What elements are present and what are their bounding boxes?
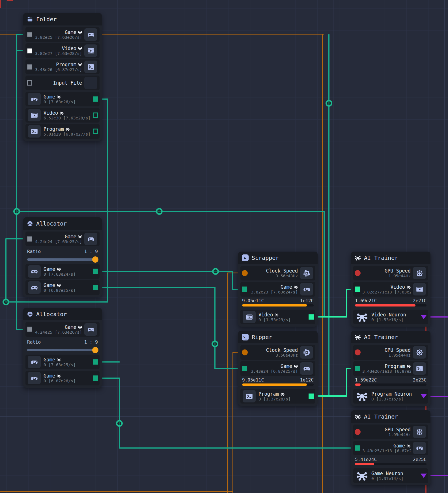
row-clock-speed[interactable]: Clock Speed 3.56e43Hz bbox=[240, 266, 315, 280]
node-ai-trainer-1[interactable]: AI Trainer GPU Speed 1.95e44Hz Video 3.8… bbox=[351, 252, 430, 327]
input-port[interactable] bbox=[27, 327, 32, 332]
ratio-slider[interactable] bbox=[27, 347, 98, 353]
node-header[interactable]: AI Trainer bbox=[351, 410, 430, 423]
gpu-input-port[interactable] bbox=[355, 429, 361, 435]
video-icon[interactable] bbox=[413, 283, 426, 295]
video-icon[interactable] bbox=[243, 311, 256, 323]
output-port[interactable] bbox=[309, 394, 314, 399]
output-port[interactable] bbox=[93, 113, 98, 118]
output-port[interactable] bbox=[93, 269, 98, 274]
output-port[interactable] bbox=[309, 314, 314, 320]
video-icon[interactable] bbox=[28, 109, 41, 121]
clock-input-port[interactable] bbox=[242, 270, 248, 276]
input-port[interactable] bbox=[355, 287, 360, 292]
gamepad-icon[interactable] bbox=[84, 233, 97, 245]
input-port[interactable] bbox=[27, 32, 32, 37]
slider-knob[interactable] bbox=[92, 256, 98, 263]
row-game-input[interactable]: Game 3.82e23 [7.63e24/s] bbox=[240, 282, 315, 297]
node-allocator-2[interactable]: Allocator Game 4.24e25 [7.63e26/s] Ratio… bbox=[23, 308, 102, 388]
row-game-input[interactable]: Game 4.24e25 [7.63e26/s] bbox=[25, 322, 100, 337]
slider-knob[interactable] bbox=[92, 347, 98, 353]
row-game-input[interactable]: Game 3.82e25 [7.63e26/s] bbox=[25, 27, 100, 42]
input-port[interactable] bbox=[355, 445, 360, 451]
node-allocator-1[interactable]: Allocator Game 4.24e24 [7.63e25/s] Ratio… bbox=[23, 217, 102, 297]
row-video-input[interactable]: Video 3.82e27 [7.63e28/s] bbox=[25, 43, 100, 58]
input-port[interactable] bbox=[242, 366, 247, 371]
terminal-icon[interactable] bbox=[243, 390, 256, 402]
gamepad-icon[interactable] bbox=[300, 283, 313, 295]
row-game-output-1[interactable]: Game 0 [7.63e24/s] bbox=[25, 264, 100, 279]
node-ripper[interactable]: >_ Ripper Clock Speed 3.56e43Hz Game 3.4… bbox=[238, 331, 318, 406]
gamepad-icon[interactable] bbox=[413, 442, 426, 454]
neuron-output-port[interactable] bbox=[421, 394, 427, 398]
slider-track[interactable] bbox=[27, 349, 98, 351]
output-port[interactable] bbox=[93, 359, 98, 365]
row-input-file[interactable]: Input File bbox=[25, 76, 100, 90]
row-program-neuron-output[interactable]: Program Neuron 0 [1.37e15/s] bbox=[353, 389, 428, 404]
row-program-output[interactable]: Program 0 [1.37e28/s] bbox=[240, 389, 315, 404]
output-port[interactable] bbox=[93, 285, 98, 290]
gamepad-icon[interactable] bbox=[28, 372, 41, 384]
empty-slot[interactable] bbox=[84, 77, 97, 89]
neuron-output-port[interactable] bbox=[421, 315, 427, 319]
clock-input-port[interactable] bbox=[242, 350, 248, 355]
input-port[interactable] bbox=[355, 366, 360, 371]
node-header[interactable]: AI Trainer bbox=[351, 331, 430, 343]
row-video-input[interactable]: Video 3.82e27/1e13 [7.63e28… bbox=[353, 282, 428, 297]
row-program-input[interactable]: Program 3.43e26 [6.87e27/s] bbox=[25, 59, 100, 74]
row-game-input[interactable]: Game 3.43e25/1e13 [6.87e26… bbox=[353, 441, 428, 455]
row-program-output[interactable]: Program 5.81e29 [6.87e27/s] bbox=[25, 124, 100, 139]
node-ai-trainer-2[interactable]: AI Trainer GPU Speed 1.95e44Hz Program 3… bbox=[351, 331, 430, 406]
gamepad-icon[interactable] bbox=[300, 362, 313, 375]
gpu-fan-icon[interactable] bbox=[413, 267, 426, 279]
input-port[interactable] bbox=[27, 64, 32, 70]
row-game-output-2[interactable]: Game 0 [6.87e26/s] bbox=[25, 371, 100, 385]
input-port[interactable] bbox=[27, 48, 32, 53]
row-gpu-speed[interactable]: GPU Speed 1.95e44Hz bbox=[353, 266, 428, 280]
row-game-output[interactable]: Game 0 [7.63e26/s] bbox=[25, 92, 100, 106]
gpu-input-port[interactable] bbox=[355, 350, 361, 355]
neuron-output-port[interactable] bbox=[421, 474, 427, 478]
output-port[interactable] bbox=[93, 129, 98, 134]
row-gpu-speed[interactable]: GPU Speed 1.95e44Hz bbox=[353, 425, 428, 439]
row-game-output-1[interactable]: Game 0 [7.63e25/s] bbox=[25, 355, 100, 369]
row-game-neuron-output[interactable]: Game Neuron 0 [1.37e14/s] bbox=[353, 468, 428, 483]
terminal-icon[interactable] bbox=[84, 61, 97, 73]
row-gpu-speed[interactable]: GPU Speed 1.95e44Hz bbox=[353, 345, 428, 360]
row-video-output[interactable]: Video 0 [1.53e29/s] bbox=[240, 310, 315, 324]
gamepad-icon[interactable] bbox=[28, 356, 41, 368]
row-video-neuron-output[interactable]: Video Neuron 0 [1.53e16/s] bbox=[353, 310, 428, 324]
node-header[interactable]: Allocator bbox=[23, 217, 102, 230]
gpu-fan-icon[interactable] bbox=[413, 346, 426, 359]
row-game-input[interactable]: Game 3.43e24 [6.87e25/s] bbox=[240, 361, 315, 376]
gpu-input-port[interactable] bbox=[355, 270, 361, 276]
terminal-icon[interactable] bbox=[413, 362, 426, 375]
row-program-input[interactable]: Program 3.43e26/1e13 [6.87e27… bbox=[353, 361, 428, 376]
input-port[interactable] bbox=[27, 80, 32, 86]
row-video-output[interactable]: Video 6.52e30 [7.63e28/s] bbox=[25, 108, 100, 123]
gamepad-icon[interactable] bbox=[84, 323, 97, 336]
gamepad-icon[interactable] bbox=[84, 28, 97, 41]
row-game-output-2[interactable]: Game 0 [6.87e25/s] bbox=[25, 280, 100, 295]
node-folder[interactable]: Folder Game 3.82e25 [7.63e26/s] Video 3.… bbox=[23, 13, 102, 141]
input-port[interactable] bbox=[27, 236, 32, 242]
cpu-icon[interactable] bbox=[300, 346, 313, 359]
video-icon[interactable] bbox=[84, 44, 97, 57]
node-scrapper[interactable]: ▶ Scrapper Clock Speed 3.56e43Hz Game 3.… bbox=[238, 252, 318, 327]
row-game-input[interactable]: Game 4.24e24 [7.63e25/s] bbox=[25, 232, 100, 246]
row-clock-speed[interactable]: Clock Speed 3.56e43Hz bbox=[240, 345, 315, 360]
ratio-slider[interactable] bbox=[27, 256, 98, 263]
input-port[interactable] bbox=[242, 287, 247, 292]
gamepad-icon[interactable] bbox=[28, 93, 41, 105]
output-port[interactable] bbox=[93, 376, 98, 381]
gpu-fan-icon[interactable] bbox=[413, 426, 426, 438]
node-header[interactable]: ▶ Scrapper bbox=[238, 252, 318, 264]
gamepad-icon[interactable] bbox=[28, 265, 41, 278]
cpu-icon[interactable] bbox=[300, 267, 313, 279]
node-ai-trainer-3[interactable]: AI Trainer GPU Speed 1.95e44Hz Game 3.43… bbox=[351, 410, 430, 485]
terminal-icon[interactable] bbox=[28, 125, 41, 138]
gamepad-icon[interactable] bbox=[28, 281, 41, 294]
node-graph-canvas[interactable]: { "colors": { "wire_teal": "#18a88a", "w… bbox=[0, 0, 448, 493]
node-header[interactable]: AI Trainer bbox=[351, 252, 430, 264]
slider-track[interactable] bbox=[27, 258, 98, 261]
